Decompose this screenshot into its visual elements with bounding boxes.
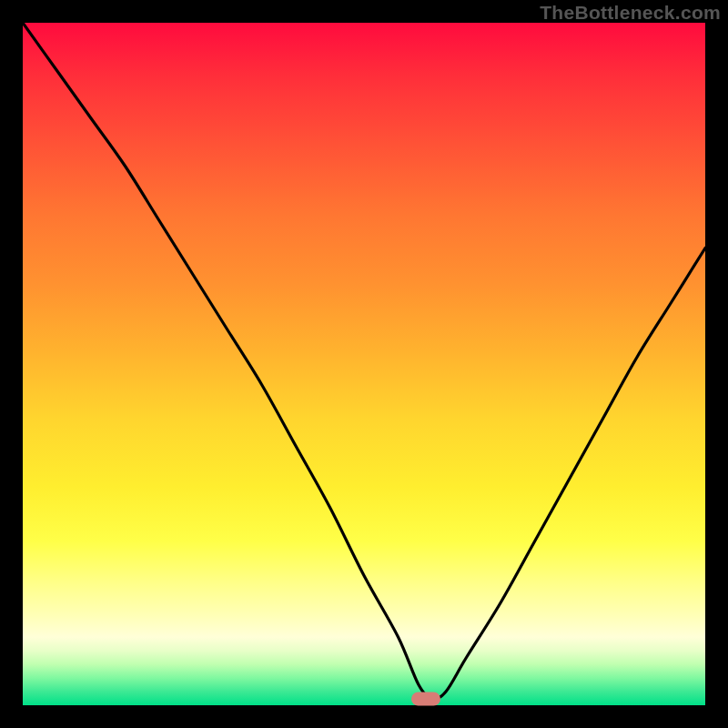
- chart-container: TheBottleneck.com: [0, 0, 728, 728]
- optimal-marker: [411, 692, 440, 705]
- bottleneck-curve: [23, 23, 705, 705]
- watermark-text: TheBottleneck.com: [540, 2, 721, 24]
- plot-area: [23, 23, 705, 705]
